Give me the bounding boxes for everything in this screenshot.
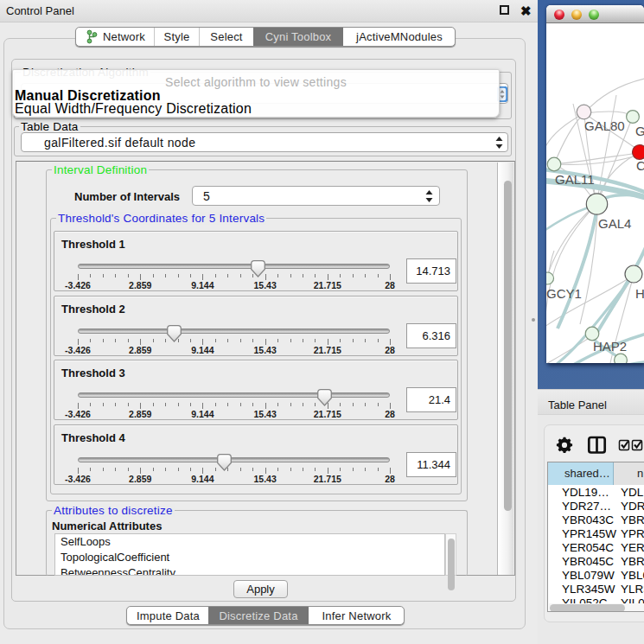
- svg-text:GCY1: GCY1: [546, 286, 582, 301]
- svg-text:C: C: [636, 158, 644, 173]
- svg-text:GAL4: GAL4: [598, 216, 631, 231]
- svg-text:HAP2: HAP2: [593, 339, 627, 354]
- svg-text:H: H: [635, 286, 644, 301]
- svg-text:GAL80: GAL80: [584, 118, 625, 133]
- svg-text:GA: GA: [635, 124, 644, 138]
- svg-text:GAL11: GAL11: [555, 172, 595, 187]
